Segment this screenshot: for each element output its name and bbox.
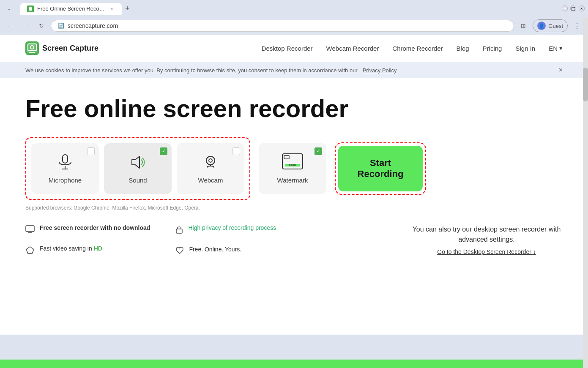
active-tab[interactable]: Free Online Screen Recorder × — [20, 3, 122, 15]
svg-rect-16 — [26, 226, 34, 232]
bottom-green-bar — [0, 360, 583, 368]
feature-no-download: Free screen recorder with no download — [25, 224, 150, 235]
svg-rect-12 — [282, 154, 303, 169]
features-list: Free screen recorder with no download Fa… — [25, 224, 276, 256]
cookie-text: We use cookies to improve the services w… — [25, 67, 358, 74]
svg-text:FREE: FREE — [289, 164, 296, 166]
sound-card[interactable]: ✓ Sound — [104, 143, 172, 194]
feature-free: Free. Online. Yours. — [175, 246, 276, 256]
nav-blog[interactable]: Blog — [457, 45, 469, 52]
svg-point-10 — [209, 159, 212, 162]
minimize-btn[interactable]: — — [562, 5, 568, 11]
new-tab-btn[interactable]: + — [122, 3, 133, 15]
feature-fast-saving-text: Fast video saving in HD — [40, 245, 102, 252]
svg-rect-3 — [27, 43, 37, 53]
profile-btn[interactable]: 👤 Guest — [533, 19, 568, 32]
watermark-checkbox[interactable]: ✓ — [315, 147, 322, 155]
heart-icon — [175, 247, 184, 256]
hero-title: Free online screen recorder — [25, 95, 563, 122]
main-content: Free online screen recorder Microp — [0, 78, 588, 273]
webcam-card[interactable]: Webcam — [177, 143, 244, 194]
scrollbar[interactable] — [583, 17, 588, 368]
sound-label: Sound — [129, 177, 147, 184]
logo-text: Screen Capture — [42, 44, 98, 53]
microphone-label: Microphone — [49, 177, 82, 184]
feature-no-download-text: Free screen recorder with no download — [40, 224, 150, 231]
address-bar[interactable]: 🔄 screencapture.com — [51, 20, 514, 32]
nav-sign-in[interactable]: Sign In — [515, 45, 535, 52]
site-header: Screen Capture Desktop Recorder Webcam R… — [0, 35, 588, 62]
feature-free-text: Free. Online. Yours. — [189, 246, 241, 253]
features-section: Free screen recorder with no download Fa… — [25, 224, 563, 256]
nav-desktop-recorder[interactable]: Desktop Recorder — [262, 45, 313, 52]
cookie-close-btn[interactable]: × — [559, 66, 563, 74]
window-buttons: — ▢ × — [562, 5, 585, 11]
profile-avatar: 👤 — [537, 22, 546, 30]
svg-rect-18 — [176, 229, 182, 233]
close-btn[interactable]: × — [579, 5, 585, 11]
desktop-link[interactable]: Go to the Desktop Screen Recorder ↓ — [437, 248, 536, 255]
split-screen-btn[interactable]: ⊞ — [517, 20, 529, 32]
controls-area: Microphone ✓ Sound — [25, 137, 563, 200]
diamond-icon — [25, 246, 35, 256]
nav-lang[interactable]: EN ▾ — [549, 44, 563, 52]
back-btn[interactable]: ← — [5, 20, 17, 32]
logo-icon — [25, 41, 39, 55]
scrollbar-thumb[interactable] — [583, 68, 588, 101]
title-bar: ⌄ Free Online Screen Recorder × + — ▢ × — [0, 0, 588, 17]
lock-icon — [175, 225, 183, 236]
window-controls: ⌄ — [3, 3, 15, 14]
cookie-banner: We use cookies to improve the services w… — [0, 62, 588, 78]
sound-icon — [129, 153, 147, 172]
nav-pricing[interactable]: Pricing — [483, 45, 502, 52]
desktop-promo-text: You can also try our desktop screen reco… — [410, 224, 563, 245]
browser-menu-btn[interactable]: ⋮ — [571, 20, 583, 32]
feature-fast-saving: Fast video saving in HD — [25, 245, 150, 256]
feature-high-privacy: High privacy of recording process — [175, 224, 276, 236]
maximize-btn[interactable]: ▢ — [570, 5, 576, 11]
supported-browsers-text: Supported browsers: Google Chrome, Mozil… — [25, 205, 563, 211]
profile-label: Guest — [548, 23, 563, 29]
watermark-card[interactable]: ✓ FREE Watermark — [259, 143, 326, 194]
browser-nav-bar: ← → ↻ 🔄 screencapture.com ⊞ 👤 Guest ⋮ — [0, 17, 588, 35]
watermark-icon: FREE — [282, 153, 304, 172]
svg-rect-1 — [29, 7, 32, 11]
controls-group: Microphone ✓ Sound — [25, 137, 250, 200]
monitor-icon — [25, 225, 35, 235]
nav-webcam-recorder[interactable]: Webcam Recorder — [326, 45, 379, 52]
logo-link[interactable]: Screen Capture — [25, 41, 98, 55]
tab-favicon — [27, 5, 34, 12]
forward-btn[interactable]: → — [20, 20, 32, 32]
microphone-icon — [56, 153, 74, 172]
page-content: Screen Capture Desktop Recorder Webcam R… — [0, 35, 588, 335]
microphone-checkbox[interactable] — [87, 147, 95, 155]
arrow-down-icon: ↓ — [533, 248, 536, 255]
start-recording-btn[interactable]: Start Recording — [338, 146, 423, 191]
privacy-policy-link[interactable]: Privacy Policy — [363, 67, 397, 74]
webcam-checkbox[interactable] — [232, 147, 240, 155]
webcam-icon — [201, 153, 220, 172]
site-nav: Desktop Recorder Webcam Recorder Chrome … — [262, 44, 563, 52]
start-btn-wrapper: Start Recording — [335, 142, 426, 195]
url-text: screencapture.com — [68, 22, 118, 29]
svg-point-9 — [206, 156, 215, 165]
svg-marker-17 — [26, 247, 34, 254]
watermark-label: Watermark — [277, 177, 308, 184]
tab-close-btn[interactable]: × — [108, 5, 115, 12]
webcam-label: Webcam — [198, 177, 223, 184]
sound-checkbox[interactable]: ✓ — [160, 147, 167, 155]
svg-rect-13 — [284, 155, 289, 159]
nav-chrome-recorder[interactable]: Chrome Recorder — [392, 45, 443, 52]
tab-title: Free Online Screen Recorder — [37, 5, 105, 12]
address-icon: 🔄 — [58, 23, 64, 29]
profiles-btn[interactable]: ⌄ — [3, 3, 15, 14]
desktop-promo: You can also try our desktop screen reco… — [410, 224, 563, 256]
lang-chevron-icon: ▾ — [559, 44, 563, 52]
feature-high-privacy-text: High privacy of recording process — [188, 224, 276, 231]
svg-rect-6 — [63, 155, 68, 163]
tab-bar: Free Online Screen Recorder × + — [17, 3, 560, 15]
microphone-card[interactable]: Microphone — [31, 143, 99, 194]
reload-btn[interactable]: ↻ — [36, 20, 47, 32]
